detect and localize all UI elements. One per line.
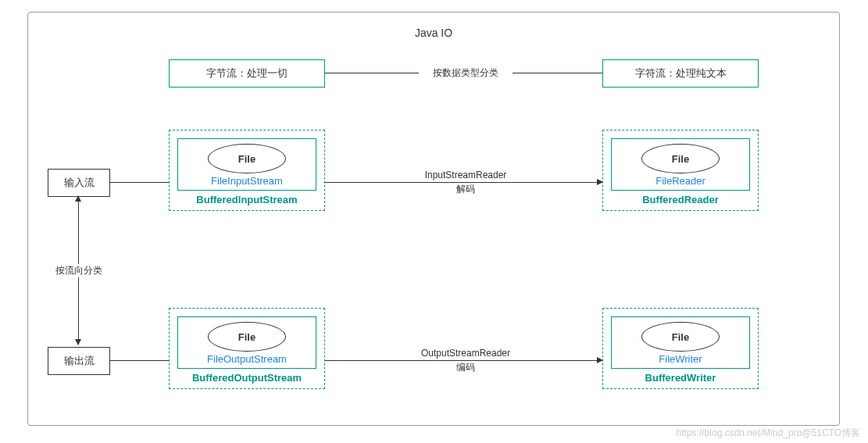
input-to-byte-line (110, 182, 169, 183)
buffered-reader-block: File FileReader BufferedReader (602, 130, 759, 211)
file-reader-label: FileReader (618, 175, 743, 187)
diagram-title: Java IO (28, 27, 839, 39)
buffered-writer-label: BufferedWriter (611, 372, 750, 384)
file-label: File (238, 331, 255, 343)
file-label: File (238, 153, 255, 165)
char-stream-label: 字符流：处理纯文本 (635, 67, 727, 79)
top-connector-label: 按数据类型分类 (419, 66, 513, 80)
buffered-reader-label: BufferedReader (611, 194, 750, 205)
file-output-stream-block: File FileOutputStream (177, 316, 316, 369)
byte-stream-box: 字节流：处理一切 (169, 59, 325, 88)
buffered-input-stream-block: File FileInputStream BufferedInputStream (169, 130, 325, 211)
file-ellipse: File (641, 322, 720, 352)
watermark: https://blog.csdn.net/Mind_pro@51CTO博客 (677, 427, 860, 440)
buffered-writer-block: File FileWriter BufferedWriter (602, 308, 759, 389)
file-reader-block: File FileReader (611, 138, 750, 191)
file-label: File (672, 331, 689, 343)
byte-stream-label: 字节流：处理一切 (206, 67, 288, 79)
input-flow-box: 输入流 (48, 169, 110, 197)
buffered-input-stream-label: BufferedInputStream (177, 194, 316, 205)
diagram-frame: Java IO 字节流：处理一切 字符流：处理纯文本 按数据类型分类 输入流 输… (27, 12, 840, 426)
file-writer-block: File FileWriter (611, 316, 750, 369)
file-ellipse: File (208, 144, 286, 173)
input-conv-label-2: 解码 (411, 183, 520, 196)
flow-direction-label: 按流向分类 (48, 264, 110, 277)
file-input-stream-label: FileInputStream (184, 175, 309, 187)
buffered-output-stream-block: File FileOutputStream BufferedOutputStre… (169, 308, 325, 389)
char-stream-box: 字符流：处理纯文本 (602, 59, 759, 88)
buffered-output-stream-label: BufferedOutputStream (177, 372, 316, 384)
file-ellipse: File (641, 144, 720, 173)
input-flow-label: 输入流 (64, 177, 95, 188)
output-conv-label-2: 编码 (407, 361, 524, 374)
output-conv-label-1: OutputStreamReader (407, 348, 524, 359)
file-label: File (672, 153, 689, 165)
output-to-byte-line (110, 360, 169, 361)
file-output-stream-label: FileOutputStream (184, 353, 309, 365)
file-input-stream-block: File FileInputStream (177, 138, 316, 191)
file-ellipse: File (208, 322, 286, 352)
input-conv-label-1: InputStreamReader (411, 170, 520, 180)
file-writer-label: FileWriter (618, 353, 743, 365)
output-flow-box: 输出流 (48, 347, 110, 375)
output-flow-label: 输出流 (64, 355, 95, 366)
